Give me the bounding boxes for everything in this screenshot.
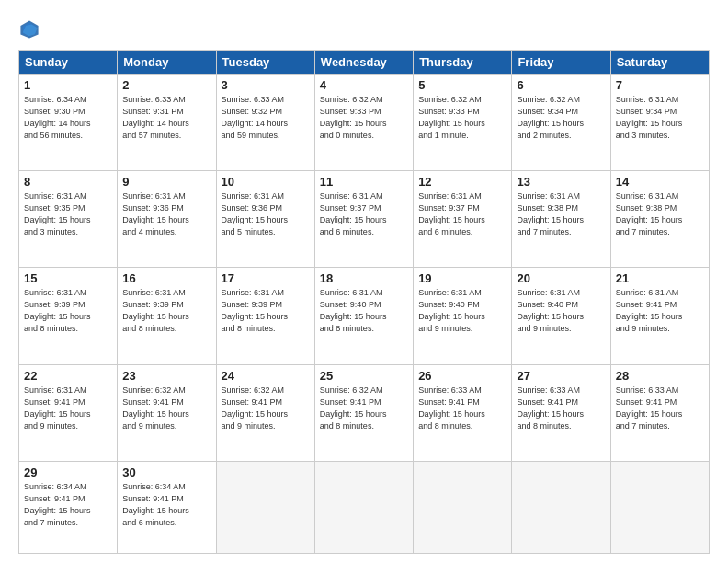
table-row: 7Sunrise: 6:31 AM Sunset: 9:34 PM Daylig…	[610, 75, 709, 171]
day-info: Sunrise: 6:31 AM Sunset: 9:38 PM Dayligh…	[517, 190, 605, 238]
day-number: 15	[24, 271, 112, 285]
table-row: 8Sunrise: 6:31 AM Sunset: 9:35 PM Daylig…	[19, 171, 118, 268]
header-wednesday: Wednesday	[314, 51, 413, 75]
day-number: 9	[122, 175, 210, 189]
day-number: 25	[320, 369, 408, 383]
table-row: 12Sunrise: 6:31 AM Sunset: 9:37 PM Dayli…	[414, 171, 512, 268]
day-number: 4	[320, 78, 408, 92]
day-info: Sunrise: 6:31 AM Sunset: 9:37 PM Dayligh…	[320, 190, 408, 238]
day-info: Sunrise: 6:31 AM Sunset: 9:39 PM Dayligh…	[122, 287, 210, 335]
day-info: Sunrise: 6:31 AM Sunset: 9:36 PM Dayligh…	[222, 190, 310, 238]
day-info: Sunrise: 6:32 AM Sunset: 9:41 PM Dayligh…	[222, 385, 310, 432]
day-info: Sunrise: 6:34 AM Sunset: 9:30 PM Dayligh…	[24, 94, 112, 142]
table-row: 26Sunrise: 6:33 AM Sunset: 9:41 PM Dayli…	[414, 364, 512, 461]
day-number: 8	[24, 175, 112, 189]
table-row: 29Sunrise: 6:34 AM Sunset: 9:41 PM Dayli…	[19, 461, 118, 553]
day-info: Sunrise: 6:31 AM Sunset: 9:40 PM Dayligh…	[418, 287, 506, 335]
table-row: 9Sunrise: 6:31 AM Sunset: 9:36 PM Daylig…	[118, 171, 216, 268]
day-info: Sunrise: 6:33 AM Sunset: 9:41 PM Dayligh…	[418, 385, 506, 432]
day-number: 12	[418, 175, 506, 189]
day-info: Sunrise: 6:31 AM Sunset: 9:37 PM Dayligh…	[418, 190, 506, 238]
day-number: 26	[418, 369, 506, 383]
day-number: 2	[122, 78, 210, 92]
table-row: 19Sunrise: 6:31 AM Sunset: 9:40 PM Dayli…	[414, 268, 512, 364]
table-row: 14Sunrise: 6:31 AM Sunset: 9:38 PM Dayli…	[610, 171, 709, 268]
header-friday: Friday	[512, 51, 610, 75]
day-info: Sunrise: 6:33 AM Sunset: 9:41 PM Dayligh…	[517, 385, 605, 432]
table-row: 11Sunrise: 6:31 AM Sunset: 9:37 PM Dayli…	[314, 171, 413, 268]
weekday-header-row: Sunday Monday Tuesday Wednesday Thursday…	[19, 51, 710, 75]
header-tuesday: Tuesday	[216, 51, 314, 75]
day-number: 14	[616, 175, 704, 189]
table-row: 13Sunrise: 6:31 AM Sunset: 9:38 PM Dayli…	[512, 171, 610, 268]
day-number: 18	[320, 271, 408, 285]
table-row: 16Sunrise: 6:31 AM Sunset: 9:39 PM Dayli…	[118, 268, 216, 364]
day-number: 30	[122, 465, 210, 479]
table-row: 15Sunrise: 6:31 AM Sunset: 9:39 PM Dayli…	[19, 268, 118, 364]
day-number: 22	[24, 369, 112, 383]
day-number: 3	[222, 78, 310, 92]
day-info: Sunrise: 6:33 AM Sunset: 9:41 PM Dayligh…	[616, 385, 704, 432]
page: Sunday Monday Tuesday Wednesday Thursday…	[0, 0, 728, 563]
day-info: Sunrise: 6:31 AM Sunset: 9:34 PM Dayligh…	[616, 94, 704, 142]
table-row: 25Sunrise: 6:32 AM Sunset: 9:41 PM Dayli…	[314, 364, 413, 461]
logo	[18, 18, 44, 40]
table-row: 4Sunrise: 6:32 AM Sunset: 9:33 PM Daylig…	[314, 75, 413, 171]
table-row: 27Sunrise: 6:33 AM Sunset: 9:41 PM Dayli…	[512, 364, 610, 461]
day-info: Sunrise: 6:32 AM Sunset: 9:41 PM Dayligh…	[320, 385, 408, 432]
day-number: 6	[517, 78, 605, 92]
header-thursday: Thursday	[414, 51, 512, 75]
day-info: Sunrise: 6:34 AM Sunset: 9:41 PM Dayligh…	[24, 481, 112, 529]
day-number: 10	[222, 175, 310, 189]
calendar: Sunday Monday Tuesday Wednesday Thursday…	[18, 50, 710, 554]
day-info: Sunrise: 6:31 AM Sunset: 9:36 PM Dayligh…	[122, 190, 210, 238]
day-number: 13	[517, 175, 605, 189]
table-row: 22Sunrise: 6:31 AM Sunset: 9:41 PM Dayli…	[19, 364, 118, 461]
day-number: 28	[616, 369, 704, 383]
table-row: 30Sunrise: 6:34 AM Sunset: 9:41 PM Dayli…	[118, 461, 216, 553]
day-number: 29	[24, 465, 112, 479]
table-row	[610, 461, 709, 553]
table-row: 2Sunrise: 6:33 AM Sunset: 9:31 PM Daylig…	[118, 75, 216, 171]
table-row: 18Sunrise: 6:31 AM Sunset: 9:40 PM Dayli…	[314, 268, 413, 364]
day-number: 20	[517, 271, 605, 285]
day-info: Sunrise: 6:32 AM Sunset: 9:34 PM Dayligh…	[517, 94, 605, 142]
day-info: Sunrise: 6:33 AM Sunset: 9:31 PM Dayligh…	[122, 94, 210, 142]
table-row: 20Sunrise: 6:31 AM Sunset: 9:40 PM Dayli…	[512, 268, 610, 364]
table-row	[216, 461, 314, 553]
table-row: 24Sunrise: 6:32 AM Sunset: 9:41 PM Dayli…	[216, 364, 314, 461]
header	[18, 18, 710, 40]
header-sunday: Sunday	[19, 51, 118, 75]
day-info: Sunrise: 6:32 AM Sunset: 9:33 PM Dayligh…	[418, 94, 506, 142]
table-row: 23Sunrise: 6:32 AM Sunset: 9:41 PM Dayli…	[118, 364, 216, 461]
table-row: 1Sunrise: 6:34 AM Sunset: 9:30 PM Daylig…	[19, 75, 118, 171]
day-number: 21	[616, 271, 704, 285]
day-info: Sunrise: 6:31 AM Sunset: 9:38 PM Dayligh…	[616, 190, 704, 238]
day-number: 11	[320, 175, 408, 189]
day-number: 7	[616, 78, 704, 92]
table-row	[512, 461, 610, 553]
logo-icon	[18, 18, 40, 40]
day-info: Sunrise: 6:34 AM Sunset: 9:41 PM Dayligh…	[122, 481, 210, 529]
day-info: Sunrise: 6:31 AM Sunset: 9:35 PM Dayligh…	[24, 190, 112, 238]
table-row: 5Sunrise: 6:32 AM Sunset: 9:33 PM Daylig…	[414, 75, 512, 171]
table-row: 17Sunrise: 6:31 AM Sunset: 9:39 PM Dayli…	[216, 268, 314, 364]
header-saturday: Saturday	[610, 51, 709, 75]
day-number: 27	[517, 369, 605, 383]
day-info: Sunrise: 6:33 AM Sunset: 9:32 PM Dayligh…	[222, 94, 310, 142]
day-number: 19	[418, 271, 506, 285]
table-row	[414, 461, 512, 553]
day-number: 16	[122, 271, 210, 285]
day-info: Sunrise: 6:32 AM Sunset: 9:41 PM Dayligh…	[122, 385, 210, 432]
day-info: Sunrise: 6:31 AM Sunset: 9:41 PM Dayligh…	[24, 385, 112, 432]
day-info: Sunrise: 6:32 AM Sunset: 9:33 PM Dayligh…	[320, 94, 408, 142]
day-info: Sunrise: 6:31 AM Sunset: 9:40 PM Dayligh…	[320, 287, 408, 335]
table-row	[314, 461, 413, 553]
day-info: Sunrise: 6:31 AM Sunset: 9:39 PM Dayligh…	[222, 287, 310, 335]
table-row: 28Sunrise: 6:33 AM Sunset: 9:41 PM Dayli…	[610, 364, 709, 461]
header-monday: Monday	[118, 51, 216, 75]
day-number: 17	[222, 271, 310, 285]
day-info: Sunrise: 6:31 AM Sunset: 9:41 PM Dayligh…	[616, 287, 704, 335]
table-row: 21Sunrise: 6:31 AM Sunset: 9:41 PM Dayli…	[610, 268, 709, 364]
day-number: 24	[222, 369, 310, 383]
